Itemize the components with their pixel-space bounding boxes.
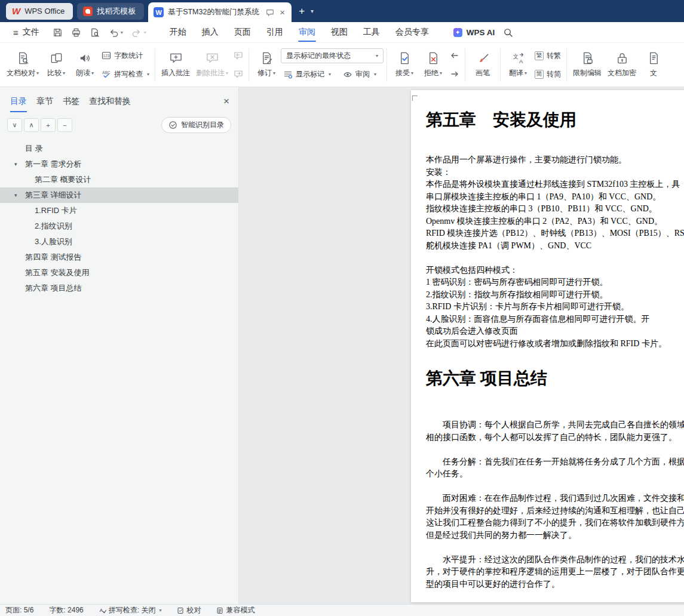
button-label: 审阅 <box>355 69 370 79</box>
reject-button[interactable]: 拒绝▾ <box>419 45 447 85</box>
insert-comment-button[interactable]: 插入批注 <box>158 45 193 85</box>
tab-docer-template[interactable]: 找稻壳模板 <box>77 3 144 20</box>
compare-button[interactable]: 比较▾ <box>42 45 70 85</box>
chevron-down-icon[interactable]: ▾ <box>144 30 146 35</box>
next-change-button[interactable] <box>447 67 462 81</box>
menu-item-insert[interactable]: 插入 <box>194 22 226 42</box>
restrict-editing-button[interactable]: 限制编辑 <box>570 45 605 85</box>
chevron-down-icon[interactable]: ▾ <box>121 30 123 35</box>
spellcheck-status[interactable]: A 拼写检查: 关闭 ▾ <box>99 605 162 615</box>
markup-state-select[interactable]: 显示标记的最终状态 ▾ <box>281 48 384 63</box>
menu-item-review[interactable]: 审阅 <box>291 22 323 42</box>
sidebar-tab-bookmarks[interactable]: 书签 <box>63 87 79 116</box>
toc-item-rfid-card[interactable]: 1.RFID 卡片 <box>0 203 238 218</box>
file-menu-label: 文件 <box>23 27 39 38</box>
compat-mode-indicator[interactable]: 兼容模式 <box>216 605 254 615</box>
prev-change-button[interactable] <box>447 48 462 63</box>
document-canvas[interactable]: 第五章 安装及使用 本作品用一个屏幕进行操作，主要功能进行门锁功能。 安装： 本… <box>239 87 684 604</box>
chevron-down-icon: ▾ <box>374 72 376 77</box>
translate-button[interactable]: 文A 翻译▾ <box>504 45 532 85</box>
wps-ai-button[interactable]: WPS AI <box>453 28 495 37</box>
undo-button[interactable]: ▾ <box>108 27 123 38</box>
menu-item-membership[interactable]: 会员专享 <box>388 22 437 42</box>
expand-arrow-icon[interactable]: ▾ <box>14 187 17 203</box>
markup-state-value: 显示标记的最终状态 <box>286 51 351 61</box>
button-label: 修订 <box>257 68 272 78</box>
spell-check-button[interactable]: ABC 拼写检查 ▾ <box>99 67 152 81</box>
menu-item-tools[interactable]: 工具 <box>355 22 388 42</box>
file-menu-button[interactable]: ≡ 文件 <box>8 27 44 38</box>
to-traditional-button[interactable]: 繁 转繁 <box>532 48 563 63</box>
menu-item-start[interactable]: 开始 <box>162 22 194 42</box>
review-eye-icon <box>343 70 352 79</box>
menu-item-page[interactable]: 页面 <box>226 22 259 42</box>
smart-toc-button[interactable]: 智能识别目录 <box>161 117 231 133</box>
to-simplified-button[interactable]: 简 转简 <box>532 67 563 81</box>
review-mode-button[interactable]: 审阅 ▾ <box>341 67 379 82</box>
ink-brush-button[interactable]: 画笔 <box>468 45 497 85</box>
collapse-all-button[interactable]: ∨ <box>7 118 22 132</box>
accept-button[interactable]: 接受▾ <box>390 45 419 85</box>
comment-bubble-icon[interactable] <box>266 8 274 17</box>
toc-item-fingerprint[interactable]: 2.指纹识别 <box>0 218 238 234</box>
next-comment-button[interactable] <box>231 67 246 81</box>
encrypt-document-button[interactable]: 文档加密 <box>605 45 639 85</box>
doc-proofing-button[interactable]: 文档校对▾ <box>4 45 42 85</box>
sidebar-tab-chapters[interactable]: 章节 <box>36 87 53 116</box>
tab-list-chevron-icon[interactable]: ▾ <box>311 8 314 14</box>
toc-item-chapter2[interactable]: 第二章 概要设计 <box>0 172 238 187</box>
toc-item-chapter6[interactable]: 第六章 项目总结 <box>0 281 238 296</box>
status-bar: 页面: 5/6 字数: 2496 A 拼写检查: 关闭 ▾ 校对 兼容模式 <box>0 604 684 616</box>
track-changes-button[interactable]: 修订▾ <box>252 45 281 85</box>
compare-icon <box>50 51 63 65</box>
increase-level-button[interactable]: + <box>41 118 56 132</box>
clipped-ribbon-button[interactable]: 文 <box>639 45 668 85</box>
toc-item-label: 2.指纹识别 <box>35 221 72 232</box>
save-button[interactable] <box>53 27 63 38</box>
close-sidebar-icon[interactable]: × <box>223 87 229 116</box>
spellcheck-status-icon: A <box>99 607 106 614</box>
prev-comment-icon <box>234 51 243 60</box>
doc-text-line: 指纹模块连接主控板的串口 3（PB10、PB11）和 VCC、GND。 <box>426 203 684 215</box>
print-button[interactable] <box>71 27 81 38</box>
read-aloud-button[interactable]: 朗读▾ <box>70 45 99 85</box>
document-page[interactable]: 第五章 安装及使用 本作品用一个屏幕进行操作，主要功能进行门锁功能。 安装： 本… <box>411 90 684 602</box>
menu-item-reference[interactable]: 引用 <box>259 22 291 42</box>
compat-mode-label: 兼容模式 <box>226 605 254 615</box>
tab-document[interactable]: W 基于STM32的智能门禁系统 讠 × <box>148 2 292 22</box>
doc-text-line: RFID 模块连接片选（PB12）、时钟线（PB13）、MOSI（PB15）、R… <box>426 227 684 240</box>
new-tab-button[interactable]: + <box>299 5 305 17</box>
doc-text-line: 相的接口函数，每个人都可以发挥了自己的特长，团队能力更强了。 <box>426 432 684 444</box>
word-count-button[interactable]: 123 字数统计 <box>99 48 152 63</box>
tab-wps-office[interactable]: W WPS Office <box>6 3 73 20</box>
ribbon-toolbar: 文档校对▾ 比较▾ 朗读▾ 123 字数统计 ABC <box>0 42 684 87</box>
expand-arrow-icon[interactable]: ▾ <box>14 156 17 172</box>
toc-item-catalog[interactable]: 目 录 <box>0 141 238 156</box>
delete-comment-button[interactable]: 删除批注▾ <box>193 45 231 85</box>
chevron-down-icon: ▾ <box>63 70 65 76</box>
prev-comment-button[interactable] <box>231 48 246 63</box>
toc-item-face-recognition[interactable]: 3.人脸识别 <box>0 234 238 250</box>
print-preview-button[interactable] <box>90 27 100 38</box>
close-tab-icon[interactable]: × <box>278 8 286 17</box>
toc-item-chapter1[interactable]: ▾ 第一章 需求分析 <box>0 156 238 172</box>
button-label: 比较 <box>47 68 62 78</box>
toc-item-chapter3[interactable]: ▾ 第三章 详细设计 <box>0 187 238 203</box>
decrease-level-button[interactable]: − <box>57 118 72 132</box>
sidebar-tab-find-replace[interactable]: 查找和替换 <box>89 87 131 116</box>
expand-all-button[interactable]: ∧ <box>24 118 39 132</box>
proofing-status[interactable]: 校对 <box>177 605 201 615</box>
wps-ai-icon <box>453 28 462 37</box>
word-count-indicator[interactable]: 字数: 2496 <box>49 605 83 615</box>
doc-text-line: 这让我们工程整合能力得到了不小的提升，我们在将软件加载到硬件方面时也 <box>426 517 684 529</box>
menu-item-view[interactable]: 视图 <box>323 22 355 42</box>
sidebar-tab-toc[interactable]: 目录 <box>10 87 27 116</box>
redo-button[interactable]: ▾ <box>131 27 146 38</box>
doc-text-line <box>426 481 684 493</box>
toc-item-chapter5[interactable]: 第五章 安装及使用 <box>0 265 238 281</box>
page-indicator[interactable]: 页面: 5/6 <box>5 605 33 615</box>
button-label: 拒绝 <box>424 68 438 78</box>
show-markup-button[interactable]: 显示标记 ▾ <box>281 67 333 82</box>
search-icon[interactable] <box>503 27 513 38</box>
toc-item-chapter4[interactable]: 第四章 测试报告 <box>0 250 238 265</box>
